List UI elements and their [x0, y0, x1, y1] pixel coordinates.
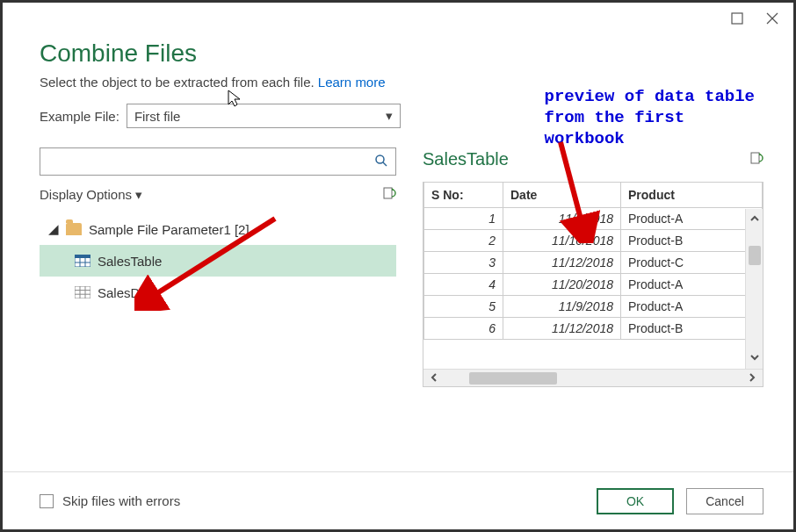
checkbox-icon [40, 494, 54, 508]
navigator-pane: Display Options ▾ ◢ Sample File Paramete… [40, 147, 396, 402]
table-row[interactable]: 411/20/2018Product-A [424, 274, 763, 296]
annotation-text: preview of data table from the first wor… [545, 87, 755, 149]
cell-product: Product-A [621, 274, 763, 296]
cell-date: 11/6/2018 [503, 208, 621, 230]
table-row[interactable]: 111/6/2018Product-A [424, 208, 763, 230]
svg-line-4 [383, 162, 387, 166]
cell-sno: 6 [424, 318, 503, 340]
svg-rect-0 [732, 13, 742, 24]
cell-sno: 1 [424, 208, 503, 230]
folder-icon [66, 223, 82, 235]
cell-date: 11/12/2018 [503, 318, 621, 340]
col-header-date[interactable]: Date [503, 183, 621, 208]
cell-product: Product-A [621, 208, 763, 230]
preview-pane: SalesTable S No: Date [423, 147, 763, 402]
vertical-scrollbar[interactable] [745, 209, 763, 369]
cell-sno: 4 [424, 274, 503, 296]
dialog-title: Combine Files [40, 40, 763, 68]
worksheet-icon [75, 286, 90, 298]
scroll-left-icon[interactable] [423, 371, 445, 385]
svg-rect-12 [75, 286, 90, 298]
cell-date: 11/9/2018 [503, 296, 621, 318]
search-box[interactable] [40, 147, 396, 176]
tree-item-salestable[interactable]: SalesTable [40, 245, 396, 277]
svg-rect-17 [751, 153, 759, 163]
col-header-product[interactable]: Product [621, 183, 763, 208]
table-row[interactable]: 311/12/2018Product-C [424, 252, 763, 274]
cell-sno: 2 [424, 230, 503, 252]
table-header-row: S No: Date Product [424, 183, 763, 208]
example-file-select[interactable]: First file ▾ [127, 104, 401, 128]
example-file-value: First file [134, 109, 181, 124]
cell-date: 11/12/2018 [503, 252, 621, 274]
scroll-right-icon[interactable] [742, 371, 763, 385]
cell-product: Product-B [621, 230, 763, 252]
refresh-icon[interactable] [749, 151, 763, 168]
subtitle-text: Select the object to be extracted from e… [40, 75, 318, 90]
tree-folder-row[interactable]: ◢ Sample File Parameter1 [2] [40, 213, 396, 245]
search-input[interactable] [47, 154, 374, 169]
cell-date: 11/10/2018 [503, 230, 621, 252]
close-button[interactable] [762, 8, 783, 29]
chevron-down-icon: ▾ [386, 108, 393, 124]
tree-folder-label: Sample File Parameter1 [2] [89, 222, 250, 237]
table-row[interactable]: 211/10/2018Product-B [424, 230, 763, 252]
svg-rect-8 [75, 255, 90, 258]
cell-sno: 3 [424, 252, 503, 274]
tree-item-label: SalesTable [98, 254, 162, 269]
example-file-label: Example File: [40, 109, 119, 124]
col-header-sno[interactable]: S No: [424, 183, 503, 208]
preview-title: SalesTable [423, 149, 509, 169]
titlebar [3, 3, 793, 34]
table-row[interactable]: 611/12/2018Product-B [424, 318, 763, 340]
horizontal-scrollbar[interactable] [423, 369, 763, 386]
display-options-label: Display Options [40, 187, 132, 202]
cancel-button[interactable]: Cancel [686, 488, 763, 514]
cell-date: 11/20/2018 [503, 274, 621, 296]
maximize-button[interactable] [727, 8, 748, 29]
preview-table: S No: Date Product 111/6/2018Product-A21… [423, 183, 763, 340]
svg-rect-5 [384, 188, 392, 198]
close-icon [766, 12, 778, 25]
chevron-down-icon: ▾ [135, 187, 142, 203]
table-row[interactable]: 511/9/2018Product-A [424, 296, 763, 318]
scroll-thumb[interactable] [749, 246, 761, 265]
dialog-footer: Skip files with errors OK Cancel [3, 471, 793, 529]
maximize-icon [731, 12, 743, 25]
svg-point-3 [376, 155, 384, 163]
search-icon [374, 154, 388, 170]
skip-errors-checkbox[interactable]: Skip files with errors [40, 493, 180, 508]
object-tree: ◢ Sample File Parameter1 [2] SalesTable [40, 213, 396, 308]
preview-table-container: S No: Date Product 111/6/2018Product-A21… [423, 182, 763, 387]
cell-sno: 5 [424, 296, 503, 318]
scroll-up-icon[interactable] [749, 209, 760, 230]
refresh-icon[interactable] [382, 186, 396, 203]
scroll-down-icon[interactable] [749, 348, 760, 369]
collapse-icon: ◢ [48, 221, 59, 237]
learn-more-link[interactable]: Learn more [318, 75, 386, 90]
table-icon [75, 255, 90, 267]
tree-item-label: SalesData [98, 285, 158, 300]
display-options-dropdown[interactable]: Display Options ▾ [40, 187, 142, 203]
cell-product: Product-B [621, 318, 763, 340]
scroll-thumb[interactable] [469, 372, 557, 385]
cell-product: Product-C [621, 252, 763, 274]
tree-item-salesdata[interactable]: SalesData [40, 277, 396, 308]
cell-product: Product-A [621, 296, 763, 318]
combine-files-dialog: Combine Files Select the object to be ex… [0, 0, 796, 532]
ok-button[interactable]: OK [597, 488, 674, 514]
skip-errors-label: Skip files with errors [62, 493, 180, 508]
